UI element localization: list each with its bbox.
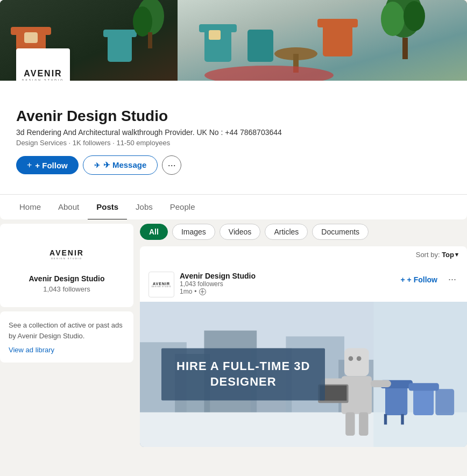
message-icon: ✈ — [94, 161, 100, 169]
left-sidebar: AVENIR DESIGN STUDIO Avenir Design Studi… — [0, 224, 133, 447]
svg-rect-19 — [402, 38, 408, 59]
profile-card: AVENIR DESIGN STUDIO Avenir Design Studi… — [0, 0, 467, 219]
follow-button[interactable]: + + Follow — [16, 156, 79, 174]
tab-people[interactable]: People — [161, 195, 204, 219]
svg-point-17 — [381, 2, 405, 36]
profile-nav: Home About Posts Jobs People — [0, 194, 467, 219]
action-buttons: + + Follow ✈ ✈ Message ··· — [16, 155, 451, 175]
post-image-overlay: HIRE A FULL-TIME 3D DESIGNER — [161, 348, 325, 400]
logo-sub-text: DESIGN STUDIO — [22, 79, 64, 81]
company-name: Avenir Design Studio — [16, 108, 451, 125]
svg-rect-32 — [373, 302, 467, 447]
sidebar-company-card: AVENIR DESIGN STUDIO Avenir Design Studi… — [0, 224, 133, 307]
svg-rect-39 — [401, 414, 404, 425]
globe-icon — [199, 288, 206, 295]
more-options-button[interactable]: ··· — [162, 155, 181, 175]
svg-rect-15 — [317, 19, 358, 27]
tab-about[interactable]: About — [49, 195, 88, 219]
post-followers: 1,043 followers — [180, 280, 256, 288]
sidebar-logo: AVENIR DESIGN STUDIO — [45, 238, 88, 270]
sidebar-logo-sub: DESIGN STUDIO — [51, 257, 82, 260]
post-follow-label: + Follow — [407, 275, 437, 284]
filter-pills: All Images Videos Articles Documents — [140, 224, 467, 240]
post-author-details: Avenir Design Studio 1,043 followers 1mo… — [180, 272, 256, 295]
filter-articles[interactable]: Articles — [265, 224, 308, 240]
sidebar-company-name: Avenir Design Studio — [29, 274, 104, 283]
post-header: AVENIR DESIGN STUDIO Avenir Design Studi… — [140, 265, 467, 302]
svg-point-41 — [349, 356, 353, 361]
svg-point-42 — [357, 356, 362, 361]
sort-value[interactable]: Top ▾ — [442, 251, 458, 259]
post-follow-button[interactable]: + + Follow — [396, 273, 442, 286]
sidebar-logo-area: AVENIR DESIGN STUDIO Avenir Design Studi… — [9, 232, 125, 299]
company-meta: Design Services · 1K followers · 11-50 e… — [16, 139, 451, 147]
sort-row: Sort by: Top ▾ — [140, 246, 467, 261]
message-label: ✈ Message — [103, 160, 147, 170]
filter-documents[interactable]: Documents — [312, 224, 369, 240]
post-more-button[interactable]: ··· — [446, 272, 458, 287]
content-area: AVENIR DESIGN STUDIO Avenir Design Studi… — [0, 224, 467, 447]
post-author-info: AVENIR DESIGN STUDIO Avenir Design Studi… — [148, 272, 256, 297]
profile-info: Avenir Design Studio 3d Rendering And Ar… — [0, 81, 467, 194]
post-image: HIRE A FULL-TIME 3D DESIGNER — [140, 302, 467, 447]
sort-label: Sort by: — [416, 251, 440, 259]
tab-posts[interactable]: Posts — [88, 195, 127, 219]
sidebar-ad-text: See a collection of active or past ads b… — [9, 320, 125, 341]
filter-all[interactable]: All — [140, 224, 168, 240]
post-card: Sort by: Top ▾ AVENIR DESIGN STUDIO — [140, 246, 467, 447]
post-logo-sub: DESIGN STUDIO — [152, 286, 172, 288]
filter-images[interactable]: Images — [172, 224, 215, 240]
sort-value-text: Top — [442, 251, 454, 259]
post-author-name[interactable]: Avenir Design Studio — [180, 272, 256, 280]
svg-rect-38 — [384, 414, 387, 425]
message-button[interactable]: ✈ ✈ Message — [83, 155, 158, 175]
svg-rect-13 — [247, 30, 273, 62]
right-content: All Images Videos Articles Documents Sor… — [140, 224, 467, 447]
company-tagline: 3d Rendering And Architectural walkthrou… — [16, 128, 451, 137]
post-image-text-line2: DESIGNER — [176, 374, 310, 390]
sidebar-followers: 1,043 followers — [43, 285, 90, 293]
tab-home[interactable]: Home — [11, 195, 49, 219]
follow-label: + Follow — [35, 161, 67, 170]
ellipsis-icon: ··· — [168, 160, 176, 171]
logo-main-text: AVENIR — [24, 69, 62, 79]
svg-rect-9 — [148, 32, 152, 48]
post-follow-plus-icon: + — [400, 275, 405, 284]
page-wrapper: AVENIR DESIGN STUDIO Avenir Design Studi… — [0, 0, 467, 447]
sort-chevron-icon: ▾ — [455, 251, 458, 258]
filter-videos[interactable]: Videos — [220, 224, 261, 240]
svg-rect-46 — [345, 413, 355, 436]
tab-jobs[interactable]: Jobs — [127, 195, 161, 219]
post-author-logo[interactable]: AVENIR DESIGN STUDIO — [148, 272, 174, 297]
svg-point-8 — [133, 6, 152, 37]
post-logo-main: AVENIR — [153, 282, 170, 286]
svg-rect-36 — [408, 383, 438, 390]
svg-point-18 — [404, 1, 425, 31]
svg-rect-23 — [209, 30, 221, 40]
cover-photo: AVENIR DESIGN STUDIO — [0, 0, 467, 81]
svg-rect-40 — [344, 348, 369, 376]
company-logo: AVENIR DESIGN STUDIO — [16, 48, 70, 81]
svg-rect-47 — [359, 413, 368, 436]
post-time-separator: • — [194, 288, 196, 295]
svg-rect-37 — [435, 389, 454, 415]
post-time: 1mo • — [180, 288, 256, 295]
plus-icon: + — [27, 160, 32, 170]
post-image-text-line1: HIRE A FULL-TIME 3D — [176, 359, 310, 374]
sidebar-ad-card: See a collection of active or past ads b… — [0, 311, 133, 363]
post-ellipsis-icon: ··· — [448, 274, 456, 285]
post-actions: + + Follow ··· — [396, 272, 458, 287]
svg-rect-5 — [103, 30, 137, 37]
svg-rect-45 — [371, 380, 391, 387]
sidebar-logo-main: AVENIR — [49, 248, 84, 257]
view-ad-library-link[interactable]: View ad library — [9, 346, 54, 354]
post-time-text: 1mo — [180, 288, 192, 295]
svg-rect-6 — [24, 32, 38, 43]
